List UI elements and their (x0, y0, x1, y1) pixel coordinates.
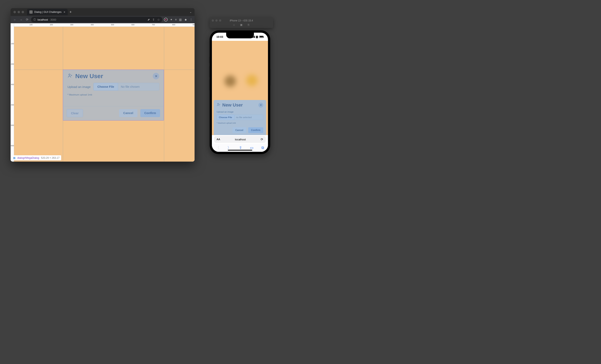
viewport: 100 200 300 400 500 600 700 800 900 100 … (10, 23, 195, 162)
volume-up-icon (209, 66, 210, 77)
url-bar[interactable]: ⓘ localhost:3000 ⬈ ⇪ ☆ (31, 17, 162, 22)
browser-tab[interactable]: Dialog | GUI Challenges × (27, 9, 68, 15)
confirm-button[interactable]: Confirm (248, 127, 263, 133)
cancel-button[interactable]: Cancel (119, 109, 137, 117)
extension-icon[interactable] (164, 18, 168, 21)
close-window-icon[interactable] (212, 19, 214, 22)
simulator-titlebar: iPhone 13 – iOS 15.4 ⌂ ▣ ⎘ (210, 17, 273, 28)
close-window-icon[interactable] (13, 11, 16, 13)
rotate-icon[interactable]: ⎘ (248, 23, 250, 26)
profile-icon[interactable]: ☻ (184, 18, 187, 21)
ruler-tick: 400 (90, 24, 94, 26)
share-icon[interactable]: ⇪ (239, 145, 242, 150)
tabs-dropdown-icon[interactable]: ⌄ (190, 10, 192, 13)
ruler-tick: 400 (11, 104, 14, 106)
reload-button[interactable]: ⟳ (25, 18, 29, 21)
forward-button[interactable]: → (19, 18, 23, 21)
back-icon[interactable]: 〈 (216, 145, 220, 150)
element-dimensions: 520.29 × 263.17 (41, 156, 60, 159)
overflow-menu-icon[interactable]: ⋮ (190, 18, 192, 21)
svg-point-0 (69, 74, 70, 75)
safari-toolbar: 〈 〉 ⇪ ▭ ⧉ (212, 144, 268, 152)
minimize-window-icon[interactable] (215, 19, 218, 22)
home-indicator[interactable] (228, 150, 252, 151)
ruler-tick: 600 (11, 145, 14, 147)
chrome-window: Dialog | GUI Challenges × + ⌄ ← → ⟳ ⓘ lo… (10, 8, 195, 162)
mute-switch-icon (209, 57, 210, 63)
background-blob (225, 75, 236, 87)
notch (226, 33, 254, 38)
url-host: localhost (38, 18, 48, 21)
file-status: no file selected (234, 115, 263, 120)
choose-file-button[interactable]: Choose File (217, 115, 234, 120)
grid-badge-icon: ▦ (13, 156, 16, 159)
bookmarks-icon[interactable]: ▭ (250, 145, 253, 150)
maximize-window-icon[interactable] (219, 19, 221, 22)
clear-button[interactable]: Clear (67, 109, 83, 117)
sim-traffic-lights (212, 19, 221, 22)
open-external-icon[interactable]: ⬈ (148, 18, 150, 21)
ruler-tick: 800 (172, 24, 175, 26)
reading-list-icon[interactable]: ≡ (175, 18, 177, 21)
forward-icon[interactable]: 〉 (227, 145, 231, 150)
dialog-close-button[interactable]: ✕ (153, 73, 159, 79)
bookmark-star-icon[interactable]: ☆ (157, 18, 160, 21)
ruler-horizontal: 100 200 300 400 500 600 700 800 900 (10, 23, 195, 27)
file-picker: Choose File No file chosen (93, 83, 159, 91)
dialog-header: New User ✕ (217, 102, 263, 108)
share-icon[interactable]: ⇪ (152, 18, 155, 21)
ruler-tick: 300 (11, 83, 14, 85)
iphone-frame: 10:03 ䷀ New User (210, 30, 270, 154)
reload-icon[interactable]: ⟳ (261, 138, 263, 141)
ios-simulator: iPhone 13 – iOS 15.4 ⌂ ▣ ⎘ 10:03 ䷀ (210, 17, 273, 154)
battery-icon (259, 36, 263, 38)
ruler-tick: 700 (152, 24, 155, 26)
minimize-window-icon[interactable] (18, 11, 20, 13)
safari-address-bar[interactable]: AA localhost ⟳ (214, 136, 266, 143)
close-icon: ✕ (260, 104, 262, 107)
status-time: 10:03 (216, 35, 223, 38)
file-picker: Choose File no file selected (217, 115, 263, 120)
url-right-icons: ⬈ ⇪ ☆ (148, 18, 160, 21)
dialog-close-button[interactable]: ✕ (258, 103, 263, 108)
dialog-highlight: New User ✕ Upload an image Choose File N… (63, 70, 164, 121)
titlebar: Dialog | GUI Challenges × + ⌄ (10, 8, 195, 16)
ruler-tick: 200 (50, 24, 53, 26)
svg-point-1 (218, 103, 219, 104)
ruler-tick: 500 (11, 124, 14, 126)
add-user-icon (68, 73, 73, 79)
tab-title: Dialog | GUI Challenges (34, 10, 62, 13)
back-button[interactable]: ← (13, 18, 17, 21)
mega-dialog: New User ✕ Upload an image Choose File N… (63, 70, 164, 120)
tabs-icon[interactable]: ⧉ (261, 146, 264, 150)
close-icon: ✕ (155, 74, 157, 78)
wifi-icon: ䷀ (256, 35, 258, 38)
new-tab-button[interactable]: + (68, 10, 73, 14)
iphone-screen: 10:03 ䷀ New User (212, 33, 268, 152)
power-button-icon (270, 69, 271, 85)
dialog-title: New User (222, 102, 243, 108)
devices-icon[interactable]: ▥ (179, 18, 182, 21)
upload-hint: * Maximum upload 1mb (217, 122, 263, 124)
ruler-tick: 300 (70, 24, 73, 26)
dialog-footer: Clear Cancel Confirm (63, 106, 164, 120)
text-size-icon[interactable]: AA (217, 138, 220, 141)
tabstrip: Dialog | GUI Challenges × + ⌄ (27, 9, 195, 15)
screenshot-icon[interactable]: ▣ (240, 23, 242, 26)
confirm-button[interactable]: Confirm (140, 109, 160, 117)
browser-toolbar: ← → ⟳ ⓘ localhost:3000 ⬈ ⇪ ☆ ✦ ≡ ▥ ☻ ⋮ (10, 16, 195, 23)
home-icon[interactable]: ⌂ (233, 23, 235, 26)
site-info-icon[interactable]: ⓘ (33, 18, 36, 21)
background-blob (246, 75, 258, 86)
extensions-puzzle-icon[interactable]: ✦ (170, 18, 172, 21)
cancel-button[interactable]: Cancel (232, 127, 246, 133)
tab-close-icon[interactable]: × (64, 10, 65, 14)
upload-row: Upload an image Choose File No file chos… (68, 83, 159, 91)
choose-file-button[interactable]: Choose File (93, 83, 118, 91)
maximize-window-icon[interactable] (22, 11, 24, 13)
ruler-tick: 200 (11, 63, 14, 65)
safari-url-host: localhost (220, 138, 261, 141)
element-selector: dialog#MegaDialog (17, 156, 39, 159)
add-user-icon (217, 103, 221, 108)
upload-label: Upload an image (68, 85, 90, 89)
